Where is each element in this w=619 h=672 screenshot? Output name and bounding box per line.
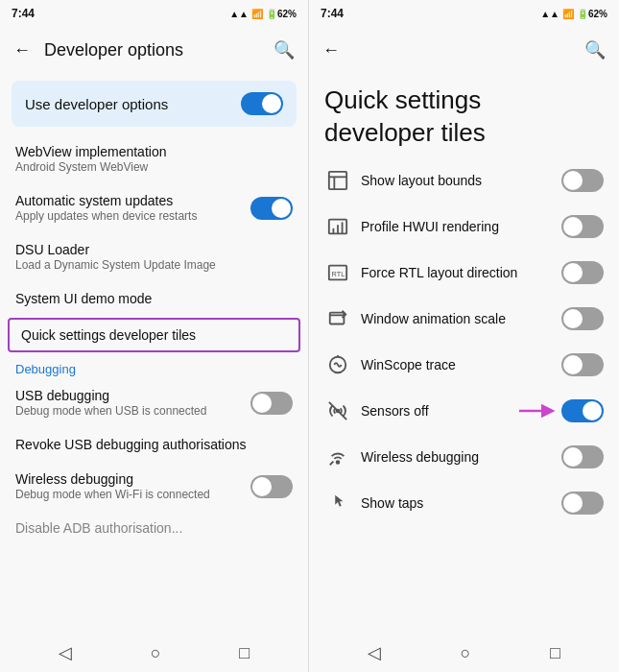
setting-dsu-subtitle: Load a Dynamic System Update Image [15,258,293,272]
tile-window-anim[interactable]: Window animation scale [313,296,615,342]
wireless-debug-tile-toggle[interactable] [561,445,604,468]
wireless-debug-toggle[interactable] [250,475,293,498]
svg-text:RTL: RTL [332,269,345,277]
setting-auto-updates-subtitle: Apply updates when device restarts [15,209,250,223]
setting-dsu-loader[interactable]: DSU Loader Load a Dynamic System Update … [0,232,308,281]
svg-line-18 [330,461,334,465]
tiles-list: Show layout bounds Profile HWUI renderin… [309,157,619,634]
setting-wireless-debug[interactable]: Wireless debugging Debug mode when Wi-Fi… [0,462,308,511]
show-taps-icon [324,490,351,516]
dev-options-label: Use developer options [25,96,168,112]
right-panel: 7:44 ▲▲ 📶 🔋62% ← 🔍 Quick settingsdevelop… [309,0,619,672]
setting-system-ui-demo[interactable]: System UI demo mode [0,281,308,316]
layout-icon [324,167,351,194]
right-page-title: Quick settingsdeveloper tiles [309,73,619,157]
tile-force-rtl[interactable]: RTL Force RTL layout direction [313,250,615,296]
svg-point-17 [337,461,340,464]
winscope-toggle[interactable] [561,353,604,376]
setting-webview[interactable]: WebView implementation Android System We… [0,134,308,183]
right-nav-bar: ◁ ○ □ [309,634,619,672]
right-status-bar: 7:44 ▲▲ 📶 🔋62% [309,0,619,27]
setting-webview-subtitle: Android System WebView [15,160,166,174]
right-status-icons: ▲▲ 📶 🔋62% [540,9,607,19]
setting-disable-adb[interactable]: Disable ADB authorisation... [0,511,308,545]
dev-options-toggle[interactable] [241,92,283,115]
left-nav-bar: ◁ ○ □ [0,634,308,672]
toggle-knob [262,94,281,113]
profile-icon [324,213,351,240]
tile-wireless-debug-label: Wireless debugging [361,449,552,465]
usb-debug-toggle[interactable] [250,392,293,415]
left-top-bar: ← Developer options 🔍 [0,27,308,73]
tile-show-layout-label: Show layout bounds [361,173,552,188]
setting-adb-title: Disable ADB authorisation... [15,520,293,536]
setting-quick-tiles[interactable]: Quick settings developer tiles [8,318,300,352]
setting-usb-debug[interactable]: USB debugging Debug mode when USB is con… [0,378,308,427]
tile-show-taps[interactable]: Show taps [313,480,615,526]
left-back-button[interactable]: ← [8,36,36,64]
tile-sensors-off-label: Sensors off [361,403,508,419]
setting-dsu-title: DSU Loader [15,242,293,257]
window-anim-icon [324,305,351,332]
setting-system-ui-title: System UI demo mode [15,291,293,306]
right-home-nav[interactable]: ○ [461,643,471,663]
right-top-bar: ← 🔍 [309,27,619,73]
svg-point-14 [337,409,340,412]
left-home-nav[interactable]: ○ [151,643,161,663]
right-time: 7:44 [321,7,344,20]
tile-winscope-label: WinScope trace [361,357,552,372]
show-layout-toggle[interactable] [561,169,604,192]
tile-profile-hwui-label: Profile HWUI rendering [361,219,552,234]
right-back-button[interactable]: ← [317,36,345,64]
toggle-knob [252,394,272,413]
left-panel: 7:44 ▲▲ 📶 🔋62% ← Developer options 🔍 Use… [0,0,309,672]
left-status-icons: ▲▲ 📶 🔋62% [229,9,297,19]
tile-force-rtl-label: Force RTL layout direction [361,265,552,280]
setting-wireless-subtitle: Debug mode when Wi-Fi is connected [15,488,250,501]
svg-rect-0 [329,171,346,188]
toggle-knob [252,477,272,496]
sensors-toggle-area [517,399,604,422]
right-back-nav[interactable]: ◁ [368,642,381,663]
setting-usb-title: USB debugging [15,388,250,403]
tile-sensors-off[interactable]: Sensors off [313,388,615,434]
sensors-off-toggle[interactable] [561,399,604,422]
debugging-section-label: Debugging [0,354,308,378]
toggle-knob [272,199,291,218]
tile-wireless-debug[interactable]: Wireless debugging [313,434,615,480]
left-page-title: Developer options [44,40,260,60]
left-time: 7:44 [12,7,35,20]
show-taps-toggle[interactable] [561,492,604,515]
setting-usb-subtitle: Debug mode when USB is connected [15,404,250,418]
setting-auto-updates-title: Automatic system updates [15,193,250,208]
tile-show-layout[interactable]: Show layout bounds [313,157,615,204]
tile-profile-hwui[interactable]: Profile HWUI rendering [313,204,615,250]
setting-quick-tiles-title: Quick settings developer tiles [21,327,287,343]
force-rtl-toggle[interactable] [561,261,604,284]
tile-window-anim-label: Window animation scale [361,311,552,326]
svg-rect-9 [330,312,345,324]
setting-webview-title: WebView implementation [15,144,166,159]
right-search-icon[interactable]: 🔍 [579,36,611,64]
wireless-debug-icon [324,444,351,470]
tile-show-taps-label: Show taps [361,495,552,511]
winscope-icon [324,351,351,378]
profile-hwui-toggle[interactable] [561,215,604,238]
left-settings-list: WebView implementation Android System We… [0,134,308,634]
arrow-indicator [517,400,556,421]
rtl-icon: RTL [324,259,351,286]
sensors-icon [324,397,351,424]
tile-winscope[interactable]: WinScope trace [313,342,615,388]
window-anim-toggle[interactable] [561,307,604,330]
left-recents-nav[interactable]: □ [239,643,250,663]
right-recents-nav[interactable]: □ [550,643,560,663]
left-search-icon[interactable]: 🔍 [268,36,300,64]
setting-auto-updates[interactable]: Automatic system updates Apply updates w… [0,183,308,232]
dev-options-box[interactable]: Use developer options [12,81,297,127]
setting-revoke-title: Revoke USB debugging authorisations [15,437,293,452]
setting-revoke-usb[interactable]: Revoke USB debugging authorisations [0,427,308,462]
setting-wireless-title: Wireless debugging [15,471,250,487]
auto-updates-toggle[interactable] [250,197,293,220]
left-status-bar: 7:44 ▲▲ 📶 🔋62% [0,0,308,27]
left-back-nav[interactable]: ◁ [59,642,72,663]
